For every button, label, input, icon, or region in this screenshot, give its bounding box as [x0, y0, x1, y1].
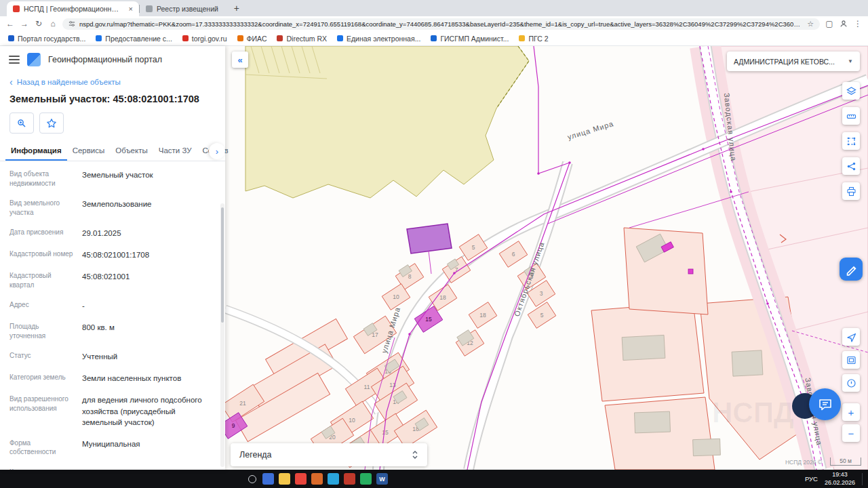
cadastral-parcel[interactable]: 5	[528, 302, 556, 329]
tab-favicon-icon	[146, 5, 153, 12]
bookmark-item[interactable]: Directum RX	[277, 35, 327, 43]
parcel-number: 5	[540, 312, 544, 319]
taskbar-clock[interactable]: 19:43 26.02.2026	[825, 471, 855, 487]
url-text: nspd.gov.ru/map?thematic=PKK&zoom=17.333…	[79, 20, 803, 28]
bookmark-item[interactable]: Предоставление с...	[96, 35, 172, 43]
chat-button[interactable]	[809, 388, 841, 420]
share-button[interactable]	[842, 157, 860, 175]
show-desktop-button[interactable]	[862, 473, 864, 485]
legend-bar[interactable]: Легенда	[231, 443, 427, 466]
browser-nav-bar: ← → ↻ ⌂ nspd.gov.ru/map?thematic=PKK&zoo…	[0, 16, 868, 31]
cadastral-parcel[interactable]: 18	[394, 410, 437, 448]
share-icon	[846, 161, 856, 171]
basemap-button[interactable]	[842, 351, 860, 369]
bookmark-item[interactable]: Портал государств...	[8, 35, 85, 43]
tab-Части ЗУ[interactable]: Части ЗУ	[153, 140, 197, 161]
browser-tabs: НСПД | Геоинформационный п×Реестр извеще…	[7, 1, 224, 16]
tab-Информация[interactable]: Информация	[5, 140, 67, 161]
menu-icon[interactable]	[9, 56, 20, 64]
zoom-out-button[interactable]: −	[842, 424, 860, 442]
info-row: СтатусУчтенный	[9, 346, 213, 367]
directum-icon[interactable]	[344, 473, 355, 485]
browser-menu-icon[interactable]: ⋮	[853, 20, 863, 28]
mail-app-icon[interactable]	[262, 473, 274, 485]
tab-Сервисы[interactable]: Сервисы	[67, 140, 111, 161]
expand-collapse-icon	[412, 449, 418, 460]
bookmark-favicon-icon	[337, 35, 343, 41]
map-watermark: НСПД	[712, 396, 794, 428]
favorite-button[interactable]	[39, 113, 64, 134]
info-label: Категория земель	[9, 373, 74, 384]
browser-app-icon[interactable]	[311, 473, 323, 485]
print-button[interactable]	[842, 182, 860, 200]
collapse-panel-button[interactable]: «	[232, 52, 248, 68]
panel-scrollbar[interactable]	[220, 203, 224, 467]
info-value: Земельный участок	[82, 169, 213, 188]
info-fields: Вид объекта недвижимостиЗемельный участо…	[0, 161, 225, 470]
back-to-results-link[interactable]: ‹ Назад в найденные объекты	[0, 72, 225, 88]
chrome-icon[interactable]	[295, 473, 307, 485]
tab-Объекты[interactable]: Объекты	[110, 140, 153, 161]
map-attribution: НСПД 2026 © 50 м	[785, 458, 861, 466]
layers-button[interactable]	[842, 82, 860, 100]
parcel-number: 10	[393, 293, 399, 300]
tabs-overflow-button[interactable]: ›	[209, 143, 225, 159]
info-value: 800 кв. м	[82, 322, 213, 340]
cadastral-parcel[interactable]: 18	[469, 302, 497, 329]
home-icon[interactable]: ⌂	[48, 20, 58, 28]
map-toolbar	[842, 82, 860, 200]
start-icon[interactable]	[231, 473, 242, 485]
word-icon[interactable]: W	[376, 473, 388, 485]
bookmark-favicon-icon	[431, 35, 437, 41]
bookmark-item[interactable]: ГИСГМП Админист...	[431, 35, 509, 43]
site-settings-icon[interactable]	[68, 20, 75, 27]
bookmark-label: Directum RX	[286, 35, 327, 43]
sheets-app-icon[interactable]	[360, 473, 372, 485]
app-window: Геоинформационный портал ‹ Назад в найде…	[0, 46, 868, 470]
feedback-button[interactable]	[842, 374, 860, 392]
new-tab-button[interactable]: +	[230, 1, 243, 15]
cadastral-parcel[interactable]: 6	[499, 241, 528, 268]
bookmark-item[interactable]: ПГС 2	[519, 35, 548, 43]
bookmark-star-icon[interactable]: ☆	[807, 20, 814, 28]
map-lower-tools	[842, 328, 860, 392]
bookmark-label: torgi.gov.ru	[192, 35, 227, 43]
info-row: Площадь уточненная800 кв. м	[9, 317, 213, 346]
info-label: Кадастровая стоимость	[9, 468, 74, 470]
info-label: Кадастровый номер	[9, 249, 74, 260]
bookmark-item[interactable]: Единая электронная...	[337, 35, 420, 43]
bookmark-item[interactable]: torgi.gov.ru	[182, 35, 227, 43]
folder-icon[interactable]	[279, 473, 290, 485]
geolocation-button[interactable]	[842, 328, 860, 346]
profile-icon[interactable]	[840, 20, 848, 28]
geolocation-icon	[846, 332, 856, 342]
bookmark-label: Единая электронная...	[347, 35, 420, 43]
bookmark-item[interactable]: ФИАС	[237, 35, 267, 43]
browser-tab[interactable]: Реестр извещений	[140, 1, 224, 16]
forward-icon[interactable]: →	[20, 20, 29, 28]
locate-object-button[interactable]	[9, 113, 34, 134]
map-canvas[interactable]: 5786431018155181217161113141015181920219	[225, 46, 868, 470]
back-icon[interactable]: ←	[5, 20, 15, 28]
language-indicator[interactable]: РУС	[805, 475, 818, 483]
draw-tool-button[interactable]	[840, 258, 863, 281]
ruler-button[interactable]	[842, 107, 860, 125]
side-panel: Геоинформационный портал ‹ Назад в найде…	[0, 46, 225, 470]
bookmark-label: Предоставление с...	[105, 35, 172, 43]
measure-area-button[interactable]	[842, 132, 860, 150]
parcel-title: Земельный участок: 45:08:021001:1708	[0, 88, 225, 107]
browser-tab[interactable]: НСПД | Геоинформационный п×	[7, 1, 139, 16]
tab-close-icon[interactable]: ×	[129, 5, 133, 13]
zoom-in-button[interactable]: +	[842, 403, 860, 421]
tab-title: НСПД | Геоинформационный п	[24, 5, 123, 13]
info-label: Вид объекта недвижимости	[9, 169, 74, 188]
info-row: Кадастровый номер45:08:021001:1708	[9, 244, 213, 266]
tab-group-icon[interactable]: ▢	[825, 20, 834, 28]
address-bar[interactable]: nspd.gov.ru/map?thematic=PKK&zoom=17.333…	[62, 18, 820, 30]
search-icon[interactable]	[248, 475, 256, 483]
region-dropdown[interactable]: АДМИНИСТРАЦИЯ КЕТОВС... ▼	[727, 52, 860, 71]
parcel-number: 21	[239, 400, 246, 407]
reload-icon[interactable]: ↻	[34, 20, 43, 28]
bookmark-label: Портал государств...	[18, 35, 85, 43]
telegram-icon[interactable]	[328, 473, 339, 485]
